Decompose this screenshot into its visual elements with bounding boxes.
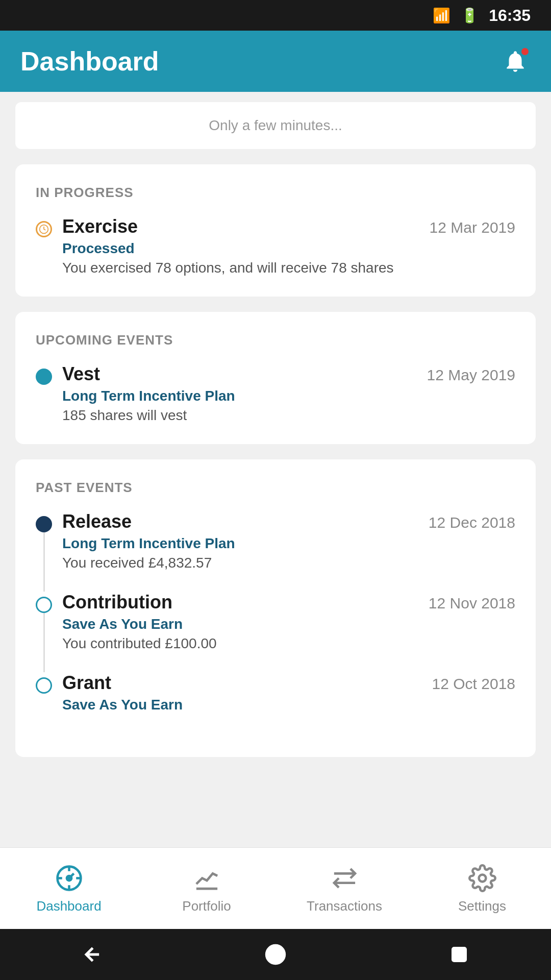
- header: Dashboard: [0, 31, 551, 92]
- transactions-icon: [329, 863, 360, 893]
- in-progress-title: IN PROGRESS: [36, 185, 515, 201]
- in-progress-card: IN PROGRESS Exercise 12 Mar 2019 Process…: [15, 164, 536, 297]
- nav-item-settings[interactable]: Settings: [431, 863, 533, 914]
- event-content: Release 12 Dec 2018 Long Term Incentive …: [62, 511, 515, 592]
- dot-column: [36, 672, 52, 737]
- event-content: Exercise 12 Mar 2019 Processed You exerc…: [62, 216, 515, 276]
- content-area: Only a few minutes... IN PROGRESS Exerci…: [0, 92, 551, 847]
- upcoming-events-title: UPCOMING EVENTS: [36, 332, 515, 348]
- home-button[interactable]: [260, 939, 291, 970]
- event-description: You exercised 78 options, and will recei…: [62, 260, 515, 276]
- dot-column: [36, 592, 52, 672]
- nav-item-portfolio[interactable]: Portfolio: [156, 863, 258, 914]
- event-header: Vest 12 May 2019: [62, 363, 515, 385]
- event-name: Contribution: [62, 592, 172, 613]
- time-display: 16:35: [489, 6, 531, 25]
- outline-dot-icon: [36, 677, 52, 694]
- svg-point-11: [266, 945, 285, 964]
- event-description: You received £4,832.57: [62, 555, 515, 571]
- event-name: Grant: [62, 672, 111, 694]
- nav-label-dashboard: Dashboard: [36, 898, 101, 914]
- connector-line: [43, 613, 45, 672]
- outline-dot-icon: [36, 597, 52, 613]
- past-events-title: PAST EVENTS: [36, 480, 515, 496]
- dashboard-icon: [54, 863, 84, 893]
- event-name: Vest: [62, 363, 100, 385]
- event-date: 12 Mar 2019: [430, 219, 515, 236]
- page-title: Dashboard: [20, 46, 159, 77]
- nav-label-portfolio: Portfolio: [182, 898, 231, 914]
- portfolio-icon: [191, 863, 222, 893]
- nav-label-settings: Settings: [458, 898, 506, 914]
- event-description: You contributed £100.00: [62, 635, 515, 652]
- status-bar: 📶 🔋 16:35: [0, 0, 551, 31]
- back-button[interactable]: [77, 939, 107, 970]
- svg-line-7: [69, 873, 73, 878]
- event-header: Contribution 12 Nov 2018: [62, 592, 515, 613]
- nav-item-transactions[interactable]: Transactions: [293, 863, 395, 914]
- event-content: Vest 12 May 2019 Long Term Incentive Pla…: [62, 363, 515, 424]
- settings-icon: [467, 863, 497, 893]
- event-date: 12 May 2019: [427, 366, 515, 384]
- bottom-nav: Dashboard Portfolio Transactions: [0, 847, 551, 929]
- svg-point-10: [479, 874, 486, 881]
- event-subtitle: Processed: [62, 240, 515, 257]
- svg-rect-12: [453, 948, 466, 962]
- list-item[interactable]: Contribution 12 Nov 2018 Save As You Ear…: [36, 592, 515, 672]
- event-name: Release: [62, 511, 132, 532]
- event-description: 185 shares will vest: [62, 407, 515, 424]
- event-date: 12 Dec 2018: [429, 514, 515, 531]
- upcoming-events-card: UPCOMING EVENTS Vest 12 May 2019 Long Te…: [15, 312, 536, 444]
- connector-line: [43, 532, 45, 592]
- event-header: Release 12 Dec 2018: [62, 511, 515, 532]
- android-nav-bar: [0, 929, 551, 980]
- list-item[interactable]: Exercise 12 Mar 2019 Processed You exerc…: [36, 216, 515, 276]
- partial-card: Only a few minutes...: [15, 102, 536, 149]
- event-subtitle: Long Term Incentive Plan: [62, 388, 515, 404]
- blue-dot-icon: [36, 369, 52, 385]
- event-header: Grant 12 Oct 2018: [62, 672, 515, 694]
- nav-item-dashboard[interactable]: Dashboard: [18, 863, 120, 914]
- dot-column: [36, 511, 52, 592]
- event-subtitle: Long Term Incentive Plan: [62, 535, 515, 552]
- event-content: Grant 12 Oct 2018 Save As You Earn: [62, 672, 515, 737]
- recents-button[interactable]: [444, 939, 474, 970]
- event-header: Exercise 12 Mar 2019: [62, 216, 515, 237]
- event-subtitle: Save As You Earn: [62, 616, 515, 632]
- notification-button[interactable]: [500, 46, 531, 77]
- battery-icon: 🔋: [461, 7, 479, 24]
- nav-label-transactions: Transactions: [307, 898, 382, 914]
- dark-dot-icon: [36, 516, 52, 532]
- list-item[interactable]: Vest 12 May 2019 Long Term Incentive Pla…: [36, 363, 515, 424]
- list-item[interactable]: Grant 12 Oct 2018 Save As You Earn: [36, 672, 515, 737]
- event-name: Exercise: [62, 216, 138, 237]
- list-item[interactable]: Release 12 Dec 2018 Long Term Incentive …: [36, 511, 515, 592]
- past-events-card: PAST EVENTS Release 12 Dec 2018 Long Ter…: [15, 459, 536, 757]
- event-subtitle: Save As You Earn: [62, 697, 515, 713]
- event-date: 12 Nov 2018: [429, 595, 515, 612]
- past-events-list: Release 12 Dec 2018 Long Term Incentive …: [36, 511, 515, 737]
- wifi-icon: 📶: [433, 7, 450, 24]
- event-content: Contribution 12 Nov 2018 Save As You Ear…: [62, 592, 515, 672]
- notification-badge: [520, 47, 530, 56]
- clock-icon: [36, 221, 52, 237]
- partial-card-text: Only a few minutes...: [209, 117, 342, 133]
- event-date: 12 Oct 2018: [432, 675, 515, 693]
